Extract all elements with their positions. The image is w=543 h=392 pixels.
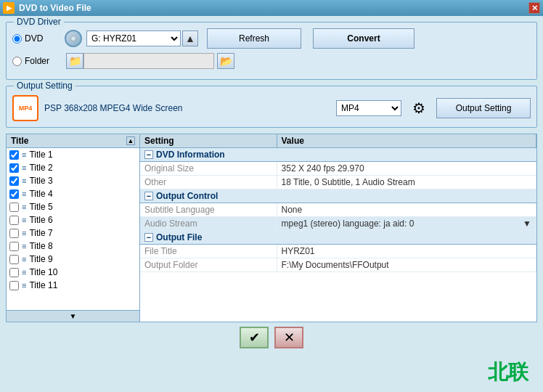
output-setting-row: MP4 PSP 368x208 MPEG4 Wide Screen MP4 AV… — [12, 95, 531, 121]
section-label: −Output File — [140, 231, 536, 245]
title-item-label: Title 3 — [29, 176, 52, 186]
section-row: −DVD Information — [140, 148, 536, 162]
title-list-item[interactable]: ≡ Title 2 — [7, 161, 139, 174]
title-file-icon: ≡ — [22, 229, 26, 237]
dvd-row: DVD G: HYRZ01 ▲ Refresh Convert — [12, 28, 531, 49]
dvd-radio-label[interactable]: DVD — [12, 33, 63, 44]
settings-row: Audio Stream mpeg1 (stereo) language: ja… — [140, 217, 536, 231]
title-item-label: Title 10 — [29, 267, 57, 277]
folder-icon-button[interactable]: 📁 — [66, 53, 83, 69]
dvd-disk — [65, 30, 82, 47]
title-list-panel: Title ▲ ≡ Title 1 ≡ Title 2 ≡ Title 3 ≡ … — [6, 134, 140, 322]
section-collapse[interactable]: − — [144, 192, 153, 200]
drive-select[interactable]: G: HYRZ01 — [86, 30, 181, 46]
title-checkbox-5[interactable] — [9, 216, 19, 225]
setting-value: 352 X 240 fps 29.970 — [277, 162, 536, 176]
title-list-item[interactable]: ≡ Title 6 — [7, 213, 139, 226]
title-item-label: Title 9 — [29, 254, 52, 264]
watermark: 北联 — [488, 359, 528, 386]
title-checkbox-6[interactable] — [9, 229, 19, 238]
title-item-label: Title 1 — [29, 150, 52, 160]
folder-row: Folder 📁 📂 — [12, 53, 531, 69]
title-checkbox-3[interactable] — [9, 189, 19, 199]
title-file-icon: ≡ — [22, 268, 26, 277]
refresh-button[interactable]: Refresh — [207, 28, 301, 49]
title-file-icon: ≡ — [22, 150, 26, 159]
title-checkbox-10[interactable] — [9, 281, 19, 290]
title-checkbox-9[interactable] — [9, 268, 19, 277]
section-collapse[interactable]: − — [144, 233, 153, 242]
dropdown-arrow-icon[interactable]: ▼ — [523, 219, 531, 229]
setting-value[interactable]: mpeg1 (stereo) language: ja aid: 0 ▼ — [277, 217, 536, 231]
setting-value: 18 Title, 0 Subtitle, 1 Audio Stream — [277, 176, 536, 189]
title-bar: ▶ DVD to Video File ✕ — [0, 0, 543, 16]
title-list-item[interactable]: ≡ Title 5 — [7, 200, 139, 213]
title-list-item[interactable]: ≡ Title 8 — [7, 240, 139, 253]
folder-radio[interactable] — [12, 57, 22, 66]
format-select[interactable]: MP4 AVI MOV WMV — [336, 100, 401, 116]
title-item-label: Title 11 — [29, 280, 57, 290]
mp4-icon: MP4 — [12, 95, 38, 121]
section-row: −Output Control — [140, 189, 536, 203]
title-checkbox-0[interactable] — [9, 150, 19, 160]
setting-label: Audio Stream — [140, 217, 277, 231]
title-checkbox-1[interactable] — [9, 163, 19, 173]
section-row: −Output File — [140, 231, 536, 245]
col-setting: Setting — [140, 134, 277, 148]
settings-gear-icon[interactable]: ⚙ — [407, 97, 430, 120]
folder-path-input[interactable] — [83, 53, 214, 69]
setting-label: Output Folder — [140, 258, 277, 272]
folder-small-icon: 📁 — [69, 55, 81, 67]
title-file-icon: ≡ — [22, 189, 26, 198]
section-collapse[interactable]: − — [144, 150, 153, 159]
output-setting-button[interactable]: Output Setting — [436, 98, 531, 118]
title-list-item[interactable]: ≡ Title 9 — [7, 253, 139, 266]
section-label: −DVD Information — [140, 148, 536, 162]
title-checkbox-2[interactable] — [9, 176, 19, 186]
ok-icon: ✔ — [249, 330, 260, 346]
title-list-item[interactable]: ≡ Title 11 — [7, 279, 139, 292]
title-file-icon: ≡ — [22, 242, 26, 250]
title-item-label: Title 8 — [29, 241, 52, 251]
setting-label: Subtitle Language — [140, 203, 277, 217]
title-file-icon: ≡ — [22, 176, 26, 185]
ok-button[interactable]: ✔ — [240, 327, 269, 348]
title-list-scroll-up[interactable]: ▲ — [126, 136, 135, 145]
folder-radio-label[interactable]: Folder — [12, 56, 63, 66]
convert-button[interactable]: Convert — [313, 28, 415, 49]
output-setting-group: Output Setting MP4 PSP 368x208 MPEG4 Wid… — [6, 86, 537, 128]
title-list-item[interactable]: ≡ Title 7 — [7, 226, 139, 240]
browse-folder-button[interactable]: 📂 — [217, 53, 234, 69]
title-item-label: Title 7 — [29, 228, 52, 238]
output-setting-title: Output Setting — [14, 81, 75, 91]
settings-table: Setting Value −DVD Information Original … — [140, 134, 536, 272]
footer-buttons: ✔ ✕ — [6, 322, 537, 351]
close-button[interactable]: ✕ — [528, 2, 540, 14]
profile-text: PSP 368x208 MPEG4 Wide Screen — [44, 103, 330, 113]
title-item-label: Title 2 — [29, 163, 52, 173]
title-item-label: Title 5 — [29, 202, 52, 212]
title-list-item[interactable]: ≡ Title 4 — [7, 187, 139, 200]
title-list-scroll-down[interactable]: ▼ — [7, 310, 139, 322]
title-list-scroll[interactable]: ≡ Title 1 ≡ Title 2 ≡ Title 3 ≡ Title 4 … — [7, 148, 139, 310]
title-list-header: Title ▲ — [7, 134, 139, 148]
drive-up-button[interactable]: ▲ — [182, 30, 198, 46]
setting-value: F:\My Documents\FFOutput — [277, 258, 536, 272]
dvd-radio[interactable] — [12, 34, 22, 44]
folder-label: Folder — [25, 56, 49, 66]
title-list-item[interactable]: ≡ Title 10 — [7, 266, 139, 279]
title-checkbox-4[interactable] — [9, 203, 19, 212]
title-file-icon: ≡ — [22, 255, 26, 264]
dvd-label: DVD — [25, 33, 43, 44]
title-list-item[interactable]: ≡ Title 3 — [7, 174, 139, 187]
title-file-icon: ≡ — [22, 203, 26, 211]
title-checkbox-8[interactable] — [9, 255, 19, 264]
cancel-icon: ✕ — [284, 330, 295, 346]
cancel-button[interactable]: ✕ — [274, 327, 303, 348]
title-list-header-label: Title — [11, 136, 28, 146]
setting-label: File Title — [140, 245, 277, 258]
settings-panel: Setting Value −DVD Information Original … — [140, 134, 537, 322]
title-list-item[interactable]: ≡ Title 1 — [7, 148, 139, 161]
title-file-icon: ≡ — [22, 216, 26, 224]
title-checkbox-7[interactable] — [9, 242, 19, 251]
